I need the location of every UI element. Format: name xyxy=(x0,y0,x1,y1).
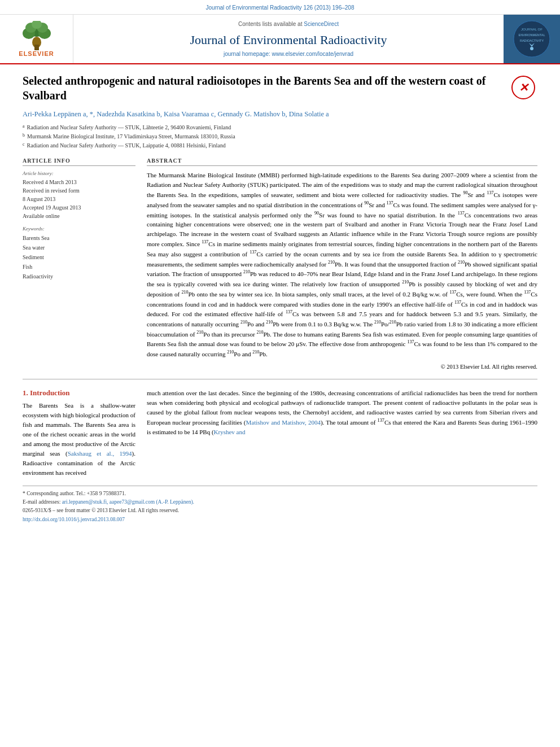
journal-badge-area: JOURNAL OF ENVIRONMENTAL RADIOACTIVITY xyxy=(504,15,560,63)
article-history-block: Article history: Received 4 March 2013 R… xyxy=(23,171,135,220)
authors-line: Ari-Pekka Leppänen a, *, Nadezhda Kasatk… xyxy=(23,108,537,120)
keywords-block: Keywords: Barents Sea Sea water Sediment… xyxy=(23,226,135,281)
section-divider xyxy=(23,379,537,379)
journal-header: ELSEVIER Contents lists available at Sci… xyxy=(0,15,560,64)
affiliations: a Radiation and Nuclear Safety Authority… xyxy=(23,123,537,150)
footnote-section: * Corresponding author. Tel.: +358 9 759… xyxy=(23,486,537,524)
journal-title-area: Contents lists available at ScienceDirec… xyxy=(73,15,504,63)
abstract-text: The Murmansk Marine Biological Institute… xyxy=(147,171,537,359)
keyword-5: Radioactivity xyxy=(23,272,135,281)
elsevier-logo: ELSEVIER xyxy=(8,19,65,59)
keywords-list: Barents Sea Sea water Sediment Fish Radi… xyxy=(23,233,135,281)
keyword-3: Sediment xyxy=(23,252,135,262)
elsevier-label: ELSEVIER xyxy=(19,50,54,57)
crossmark-icon: ✕ xyxy=(511,76,535,99)
kryshev-ref[interactable]: Kryshev and xyxy=(214,429,246,435)
received-revised-date: 8 August 2013 xyxy=(23,195,135,203)
svg-point-12 xyxy=(530,47,533,50)
intro-section-number: 1. Introduction xyxy=(23,388,135,397)
journal-title: Journal of Environmental Radioactivity xyxy=(190,33,387,47)
main-content: Selected anthropogenic and natural radio… xyxy=(0,64,560,533)
svg-text:RADIOACTIVITY: RADIOACTIVITY xyxy=(520,39,544,42)
affil-c-text: Radiation and Nuclear Safety Authority —… xyxy=(27,141,226,150)
elsevier-tree-icon xyxy=(14,21,59,50)
sakshaug-ref[interactable]: Sakshaug et al., 1994 xyxy=(68,450,132,457)
publisher-logo-area: ELSEVIER xyxy=(0,15,73,63)
sciencedirect-link: Contents lists available at ScienceDirec… xyxy=(238,21,339,27)
keyword-2: Sea water xyxy=(23,243,135,252)
introduction-section: 1. Introduction The Barents Sea is a sha… xyxy=(23,388,537,478)
intro-right-col: much attention over the last decades. Si… xyxy=(147,388,537,478)
journal-citation-link[interactable]: Journal of Environmental Radioactivity 1… xyxy=(206,5,355,11)
doi-link[interactable]: http://dx.doi.org/10.1016/j.jenvrad.2013… xyxy=(23,517,125,522)
available-online: Available online xyxy=(23,212,135,220)
corresponding-author-note: * Corresponding author. Tel.: +358 9 759… xyxy=(23,490,537,498)
article-info-column: ARTICLE INFO Article history: Received 4… xyxy=(23,158,135,370)
keyword-4: Fish xyxy=(23,262,135,272)
received-revised-label: Received in revised form xyxy=(23,186,135,195)
issn-line: 0265-931X/$ – see front matter © 2013 El… xyxy=(23,506,537,515)
abstract-column: ABSTRACT The Murmansk Marine Biological … xyxy=(147,158,537,370)
intro-left-col: 1. Introduction The Barents Sea is a sha… xyxy=(23,388,135,478)
paper-title-text: Selected anthropogenic and natural radio… xyxy=(23,75,485,102)
authors-text: Ari-Pekka Leppänen a, *, Nadezhda Kasatk… xyxy=(23,110,329,118)
article-info-label: ARTICLE INFO xyxy=(23,158,135,166)
svg-text:JOURNAL OF: JOURNAL OF xyxy=(521,28,542,31)
copyright-text: © 2013 Elsevier Ltd. All rights reserved… xyxy=(147,364,537,370)
email-links[interactable]: ari.leppanen@stuk.fi, aapee73@gmail.com … xyxy=(62,499,194,505)
email-line: E-mail addresses: ari.leppanen@stuk.fi, … xyxy=(23,498,537,506)
homepage-link[interactable]: journal homepage: www.elsevier.com/locat… xyxy=(224,51,353,57)
crossmark-badge: ✕ xyxy=(509,73,537,102)
received-date: Received 4 March 2013 xyxy=(23,178,135,186)
keyword-1: Barents Sea xyxy=(23,233,135,243)
affiliation-a: a Radiation and Nuclear Safety Authority… xyxy=(23,123,537,132)
affil-b-text: Murmansk Marine Biological Institute, 17… xyxy=(27,132,235,141)
sciencedirect-anchor[interactable]: ScienceDirect xyxy=(304,21,339,27)
accepted-date: Accepted 19 August 2013 xyxy=(23,203,135,212)
svg-text:ENVIRONMENTAL: ENVIRONMENTAL xyxy=(519,33,545,37)
abstract-label: ABSTRACT xyxy=(147,158,537,166)
intro-left-text: The Barents Sea is a shallow-water ecosy… xyxy=(23,401,135,478)
affiliation-b: b Murmansk Marine Biological Institute, … xyxy=(23,132,537,141)
affil-a-text: Radiation and Nuclear Safety Authority —… xyxy=(27,123,231,132)
affiliation-c: c Radiation and Nuclear Safety Authority… xyxy=(23,141,537,150)
top-bar: Journal of Environmental Radioactivity 1… xyxy=(0,0,560,15)
article-body-two-col: ARTICLE INFO Article history: Received 4… xyxy=(23,158,537,370)
svg-rect-7 xyxy=(34,45,39,50)
intro-right-text: much attention over the last decades. Si… xyxy=(147,388,537,437)
paper-title-container: Selected anthropogenic and natural radio… xyxy=(23,73,537,103)
keywords-title: Keywords: xyxy=(23,226,135,231)
journal-homepage: journal homepage: www.elsevier.com/locat… xyxy=(224,51,353,57)
article-history-title: Article history: xyxy=(23,171,135,176)
email-label: E-mail addresses: xyxy=(23,499,60,505)
matishov-ref[interactable]: Matishov and Matishov, 2004 xyxy=(246,419,321,426)
radioactivity-badge-icon: JOURNAL OF ENVIRONMENTAL RADIOACTIVITY xyxy=(512,19,552,59)
